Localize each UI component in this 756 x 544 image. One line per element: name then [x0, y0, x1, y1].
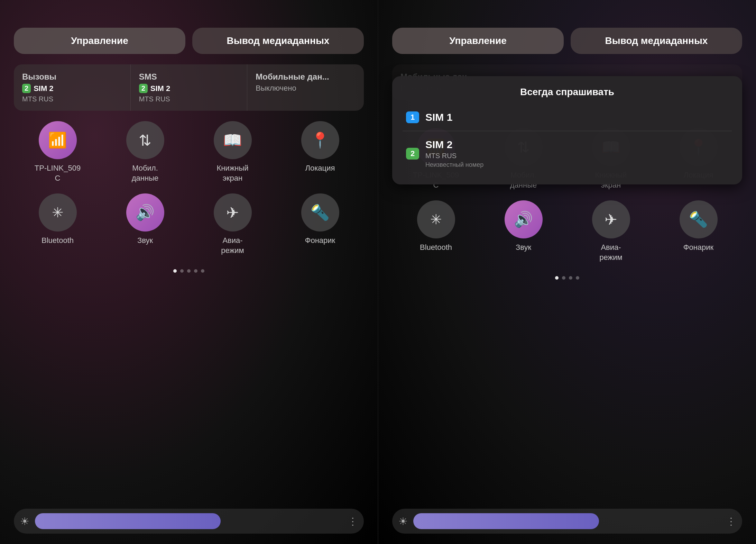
location-label: Локация [305, 163, 335, 173]
right-sound-icon-circle: 🔊 [505, 200, 543, 238]
popup-sim2-name: SIM 2 [425, 139, 483, 151]
book-icon-circle: 📖 [214, 121, 252, 159]
plane-icon: ✈ [226, 204, 239, 221]
right-flashlight-icon-circle: 🔦 [680, 200, 718, 238]
left-top-buttons: Управление Вывод медиаданных [14, 28, 364, 54]
left-panel: Управление Вывод медиаданных Вызовы 2 SI… [0, 0, 378, 544]
sound-icon-circle: 🔊 [126, 193, 164, 232]
popup-sim2-item[interactable]: 2 SIM 2 MTS RUS Неизвестный номер [403, 133, 732, 174]
right-sound-label: Звук [516, 243, 531, 253]
left-page-dots [14, 266, 364, 276]
dot-3 [187, 269, 191, 273]
right-speaker-icon: 🔊 [514, 210, 533, 228]
popup-divider [403, 131, 732, 131]
airplane-label: Авиа-режим [221, 236, 244, 255]
left-btn-media[interactable]: Вывод медиаданных [192, 28, 364, 54]
left-mobile-data-btn[interactable]: ⇅ Мобил.данные [105, 121, 185, 183]
right-btn-manage[interactable]: Управление [392, 28, 564, 54]
popup-title: Всегда спрашивать [403, 87, 732, 98]
left-sim-calls[interactable]: Вызовы 2 SIM 2 MTS RUS [14, 64, 131, 111]
left-sim-row: Вызовы 2 SIM 2 MTS RUS SMS 2 SIM 2 MTS R… [14, 64, 364, 111]
book-label: Книжныйэкран [216, 163, 248, 183]
flashlight-icon-circle: 🔦 [301, 193, 339, 232]
sound-label: Звук [137, 236, 153, 246]
dot-2 [180, 269, 184, 273]
right-dot-1 [555, 276, 559, 280]
left-icon-grid-row2: ✳ Bluetooth 🔊 Звук ✈ Авиа-режим 🔦 [14, 193, 364, 255]
wifi-icon: 📶 [48, 131, 67, 149]
right-bluetooth-icon: ✳ [430, 211, 442, 227]
bluetooth-icon: ✳ [52, 205, 64, 220]
pin-icon: 📍 [311, 131, 330, 149]
right-panel: Управление Вывод медиаданных Мобильные д… [378, 0, 756, 544]
left-airplane-btn[interactable]: ✈ Авиа-режим [192, 193, 273, 255]
bluetooth-icon-circle: ✳ [39, 193, 77, 232]
mobile-data-label: Мобил.данные [132, 163, 158, 183]
dot-5 [201, 269, 204, 273]
left-sim-data[interactable]: Мобильные дан... Выключено [247, 64, 364, 111]
left-calls-sim-badge: 2 [22, 84, 31, 93]
right-bluetooth-icon-circle: ✳ [417, 200, 455, 238]
right-flashlight-label: Фонарик [683, 243, 714, 253]
right-icon-grid-row2: ✳ Bluetooth 🔊 Звук ✈ Авиа-режим 🔦 [392, 200, 742, 262]
right-airplane-icon-circle: ✈ [592, 200, 630, 238]
left-icon-grid-row1: 📶 TP-LINK_509C ⇅ Мобил.данные 📖 Книжныйэ… [14, 121, 364, 183]
popup-sim2-number: Неизвестный номер [425, 161, 483, 169]
right-flashlight-icon: 🔦 [689, 210, 708, 228]
right-flashlight-btn[interactable]: 🔦 Фонарик [658, 200, 739, 262]
dot-1 [173, 269, 177, 273]
speaker-icon: 🔊 [136, 203, 155, 221]
left-location-btn[interactable]: 📍 Локация [280, 121, 360, 183]
right-plane-icon: ✈ [605, 211, 617, 228]
popup-sim1-badge: 1 [406, 111, 419, 123]
left-bluetooth-btn[interactable]: ✳ Bluetooth [17, 193, 98, 255]
bluetooth-label: Bluetooth [42, 236, 74, 246]
popup-sim1-item[interactable]: 1 SIM 1 [403, 106, 732, 129]
right-dot-3 [569, 276, 572, 280]
sim-selection-popup: Всегда спрашивать 1 SIM 1 2 SIM 2 MTS RU… [392, 76, 742, 184]
flashlight-label: Фонарик [305, 236, 335, 246]
left-book-btn[interactable]: 📖 Книжныйэкран [192, 121, 273, 183]
left-btn-manage[interactable]: Управление [14, 28, 185, 54]
right-btn-media[interactable]: Вывод медиаданных [571, 28, 742, 54]
popup-sim1-name: SIM 1 [425, 111, 452, 123]
right-bluetooth-btn[interactable]: ✳ Bluetooth [396, 200, 476, 262]
popup-sim2-carrier: MTS RUS [425, 152, 483, 160]
left-flashlight-btn[interactable]: 🔦 Фонарик [280, 193, 360, 255]
right-airplane-btn[interactable]: ✈ Авиа-режим [571, 200, 651, 262]
arrows-icon: ⇅ [139, 132, 151, 149]
right-dot-2 [562, 276, 565, 280]
mobile-data-icon-circle: ⇅ [126, 121, 164, 159]
location-icon-circle: 📍 [301, 121, 339, 159]
right-dot-4 [576, 276, 579, 280]
popup-sim2-badge: 2 [406, 148, 419, 160]
airplane-icon-circle: ✈ [214, 193, 252, 232]
right-top-buttons: Управление Вывод медиаданных [392, 28, 742, 54]
right-page-dots [392, 273, 742, 283]
right-bluetooth-label: Bluetooth [420, 243, 452, 253]
left-wifi-btn[interactable]: 📶 TP-LINK_509C [17, 121, 98, 183]
left-sms-sim-badge: 2 [139, 84, 148, 93]
wifi-label: TP-LINK_509C [35, 163, 81, 183]
right-sound-btn[interactable]: 🔊 Звук [483, 200, 564, 262]
book-icon: 📖 [223, 131, 242, 149]
left-sound-btn[interactable]: 🔊 Звук [105, 193, 185, 255]
dot-4 [194, 269, 197, 273]
wifi-icon-circle: 📶 [39, 121, 77, 159]
flashlight-icon: 🔦 [311, 203, 330, 221]
right-airplane-label: Авиа-режим [599, 243, 622, 262]
left-sim-sms[interactable]: SMS 2 SIM 2 MTS RUS [131, 64, 248, 111]
